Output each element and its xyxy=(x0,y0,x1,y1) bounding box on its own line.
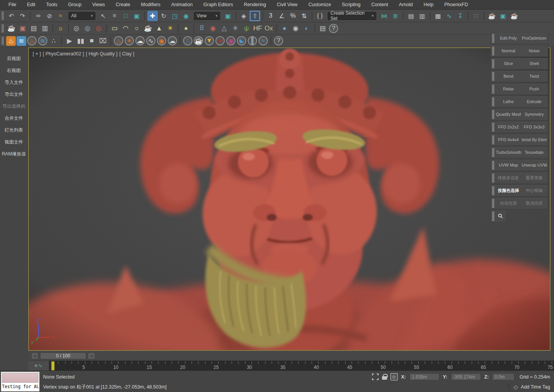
reference-coordinate-dropdown[interactable]: View ▾ xyxy=(194,12,220,20)
render-setup-icon[interactable]: ☕ xyxy=(487,11,497,21)
separator[interactable] xyxy=(262,12,263,20)
modifier-button[interactable]: Twist xyxy=(521,72,547,81)
sidebar-button[interactable]: 灯光列表 xyxy=(0,124,28,136)
sidebar-button[interactable]: 导入文件 xyxy=(0,77,28,88)
mini-curve-editor-button[interactable]: ≡ ∿ xyxy=(28,361,49,370)
select-place-icon[interactable]: ◉ xyxy=(181,11,191,21)
y-coordinate-field[interactable] xyxy=(451,373,481,380)
menu-item[interactable]: PhoenixFD xyxy=(439,0,474,10)
menu-item[interactable]: Scripting xyxy=(336,0,366,10)
link-icon[interactable]: ∞ xyxy=(33,11,43,21)
modifier-button[interactable]: Tessellate xyxy=(521,148,547,157)
play-icon[interactable]: ▶ xyxy=(64,36,75,46)
modifier-button[interactable]: 转换多边形 xyxy=(496,173,521,183)
modifier-button[interactable]: Edit Poly xyxy=(496,33,521,43)
preset-clouds-icon[interactable]: ☁ xyxy=(168,36,177,45)
pause-icon[interactable]: ▮▮ xyxy=(75,36,86,46)
drag-handle-icon[interactable] xyxy=(492,173,494,182)
separator[interactable] xyxy=(276,24,277,33)
sidebar-button[interactable]: RAM播放器 xyxy=(0,148,28,160)
selection-region-icon[interactable]: □ xyxy=(120,11,131,21)
menu-item[interactable]: Content xyxy=(366,0,394,10)
unlink-icon[interactable]: ⊘ xyxy=(44,11,55,21)
sidebar-button[interactable]: 后视图 xyxy=(0,53,28,65)
menu-item[interactable]: Tools xyxy=(41,0,63,10)
modifier-button[interactable]: Bend xyxy=(496,72,521,81)
vray-framebuffer-icon[interactable]: ▣ xyxy=(17,23,28,33)
separator[interactable] xyxy=(314,24,315,33)
help-icon[interactable]: ? xyxy=(329,24,338,33)
align-icon[interactable]: ≣ xyxy=(390,11,400,21)
percent-snap-icon[interactable]: % xyxy=(288,11,298,21)
stop-icon[interactable]: ■ xyxy=(87,36,97,46)
modifier-button[interactable]: FFD 2x2x2 xyxy=(496,122,521,132)
fur-icon[interactable]: ✳ xyxy=(230,23,240,33)
preset-ocean-icon[interactable]: ≈ xyxy=(259,36,268,45)
modifier-button[interactable]: Symmetry xyxy=(521,110,547,119)
drag-handle-icon[interactable] xyxy=(492,59,494,68)
angle-snap-icon[interactable]: ∠ xyxy=(277,11,287,21)
script-notes-icon[interactable]: ▤ xyxy=(317,23,328,33)
drag-handle-icon[interactable] xyxy=(492,85,494,93)
timeline-playhead[interactable] xyxy=(51,361,55,370)
menu-item[interactable]: Views xyxy=(87,0,110,10)
window-crossing-icon[interactable]: ▣ xyxy=(132,11,142,21)
snap-toggle-3d-icon[interactable]: 3 xyxy=(265,11,276,21)
preset-blood-icon[interactable]: ✳ xyxy=(215,36,225,45)
sphere-light-icon[interactable]: ○ xyxy=(132,23,142,33)
fire-volume-icon[interactable]: ♨ xyxy=(27,36,37,45)
menu-item[interactable]: Modifiers xyxy=(135,0,166,10)
render-production-icon[interactable]: ☕ xyxy=(509,11,519,21)
menu-item[interactable]: Edit xyxy=(22,0,41,10)
x-coordinate-field[interactable] xyxy=(409,373,439,380)
modifier-button[interactable]: Slice xyxy=(496,59,521,68)
ies-light-icon[interactable]: ▲ xyxy=(154,23,164,33)
preset-explosion-icon[interactable]: ✳ xyxy=(125,36,134,45)
z-coordinate-field[interactable] xyxy=(492,373,514,380)
keyboard-override-icon[interactable]: ⇧ xyxy=(250,11,260,21)
separator[interactable] xyxy=(180,37,180,45)
particles-icon[interactable]: ∴ xyxy=(48,36,59,46)
named-selection-sets-icon[interactable]: { } xyxy=(315,11,325,21)
separator[interactable] xyxy=(484,12,484,20)
menu-item[interactable]: Civil View xyxy=(271,0,303,10)
absolute-mode-icon[interactable]: ◇ xyxy=(390,373,398,380)
sidebar-button[interactable]: 导出文件 xyxy=(0,88,28,100)
dome-light-icon[interactable]: ◠ xyxy=(120,23,131,33)
preset-whirlpool-icon[interactable]: ☯ xyxy=(237,36,246,45)
schematic-view-icon[interactable]: ↧ xyxy=(455,11,466,21)
redo-icon[interactable]: ↷ xyxy=(17,11,28,21)
menu-item[interactable]: Group xyxy=(63,0,87,10)
drag-handle-icon[interactable] xyxy=(492,186,494,195)
separator[interactable] xyxy=(30,12,31,20)
modifier-button[interactable]: 按颜色选择 xyxy=(496,186,521,195)
sun-light-icon[interactable]: ☀ xyxy=(165,23,175,33)
undo-icon[interactable]: ↶ xyxy=(6,11,17,21)
use-pivot-center-icon[interactable]: ▣ xyxy=(223,11,233,21)
separator[interactable] xyxy=(235,12,236,20)
separator[interactable] xyxy=(403,12,404,20)
menu-item[interactable]: File xyxy=(3,0,22,10)
video-camera-icon[interactable]: ◎ xyxy=(93,23,104,33)
menu-item[interactable]: Help xyxy=(418,0,439,10)
separator[interactable] xyxy=(194,24,194,33)
add-time-tag-button[interactable]: Add Time Tag xyxy=(521,384,550,390)
preset-fire-icon[interactable]: ♨ xyxy=(114,36,123,45)
isolate-selection-icon[interactable] xyxy=(372,374,379,380)
preset-cigarette-icon[interactable]: ∿ xyxy=(146,36,155,45)
liquid-simulator-icon[interactable]: ≋ xyxy=(17,36,26,46)
viewport-menu-camera[interactable]: [ PhysCamera002 ] xyxy=(43,51,84,57)
sidebar-button[interactable]: 右视图 xyxy=(0,65,28,77)
drag-handle-icon[interactable] xyxy=(492,212,494,221)
modifier-button[interactable]: Unwrap UVW xyxy=(521,160,547,170)
separator[interactable] xyxy=(312,12,312,20)
modifier-button[interactable]: Lathe xyxy=(496,97,521,107)
sidebar-button[interactable]: 合并文件 xyxy=(0,112,28,124)
delete-icon[interactable]: ⌧ xyxy=(98,36,108,46)
modifier-button[interactable]: Relax xyxy=(496,84,521,94)
drag-handle-icon[interactable] xyxy=(492,97,494,106)
material-picker-icon[interactable]: ◉ xyxy=(290,23,301,33)
plane-light-icon[interactable]: ▭ xyxy=(109,23,120,33)
select-move-icon[interactable]: ✚ xyxy=(147,11,158,21)
preset-paint-icon[interactable]: ▣ xyxy=(226,36,235,45)
